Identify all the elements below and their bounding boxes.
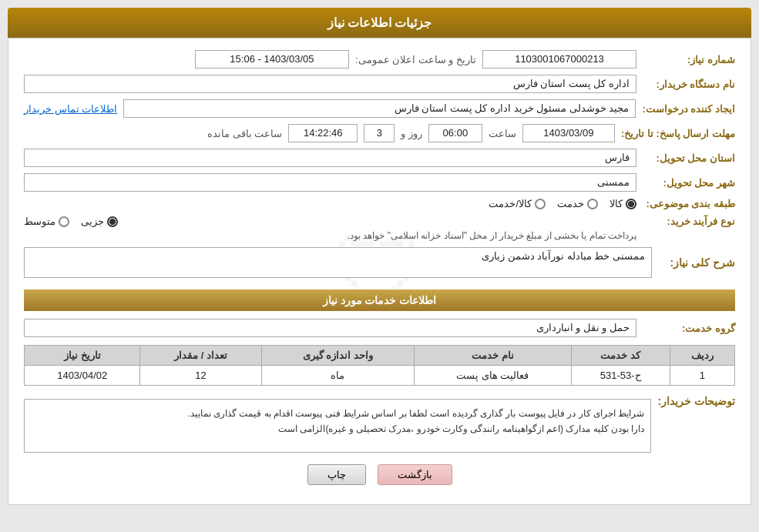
radio-motavasset[interactable]: متوسط — [24, 216, 69, 227]
days-value: 3 — [364, 124, 395, 142]
city-label: شهر محل تحویل: — [643, 177, 735, 189]
radio-label-jozii: جزیی — [81, 216, 104, 227]
buyer-notes-value: شرایط اجرای کار در فایل پیوست بار گذاری … — [24, 399, 651, 453]
service-group-label: گروه خدمت: — [643, 323, 735, 334]
cell-code: ح-53-531 — [571, 366, 670, 386]
contact-info-link[interactable]: اطلاعات تماس خریدار — [24, 103, 117, 115]
col-header-row: ردیف — [670, 346, 734, 366]
radio-jozii[interactable]: جزیی — [81, 216, 118, 227]
radio-label-motavasset: متوسط — [24, 216, 55, 227]
remaining-label: ساعت باقی مانده — [207, 128, 282, 139]
radio-kala[interactable]: کالا — [610, 198, 636, 209]
services-section-header: اطلاعات خدمات مورد نیاز — [24, 289, 735, 311]
page-header: جزئیات اطلاعات نیاز — [8, 8, 751, 38]
service-group-value: حمل و نقل و انبارداری — [24, 319, 636, 337]
description-label: شرح کلی نیاز: — [658, 256, 735, 269]
creator-label: ایجاد کننده درخواست: — [642, 103, 735, 115]
radio-circle-jozii — [107, 216, 118, 227]
cell-date: 1403/04/02 — [25, 366, 140, 386]
page-title: جزئیات اطلاعات نیاز — [327, 16, 432, 29]
deadline-time-value: 06:00 — [428, 124, 482, 142]
print-button[interactable]: چاپ — [307, 464, 366, 485]
creator-value: مجید خوشدلی مسئول خرید اداره کل پست استا… — [123, 99, 636, 118]
subject-type-group: کالا/خدمت خدمت کالا — [489, 198, 636, 209]
subject-type-label: طبقه بندی موضوعی: — [643, 198, 735, 209]
announcement-date-label: تاریخ و ساعت اعلان عمومی: — [355, 54, 476, 65]
col-header-unit: واحد اندازه گیری — [261, 346, 414, 366]
col-header-code: کد خدمت — [571, 346, 670, 366]
back-button[interactable]: بازگشت — [378, 464, 452, 485]
description-value: ممسنی خط مبادله نورآباد دشمن زیاری — [24, 247, 652, 278]
cell-name: فعالیت های پست — [414, 366, 571, 386]
remaining-time-value: 14:22:46 — [288, 124, 358, 142]
col-header-name: نام خدمت — [414, 346, 571, 366]
province-label: استان محل تحویل: — [643, 152, 735, 164]
radio-label-kala: کالا — [610, 198, 623, 209]
city-value: ممسنی — [24, 173, 636, 192]
deadline-label: مهلت ارسال پاسخ: تا تاریخ: — [621, 128, 735, 139]
radio-label-khedmat: خدمت — [557, 198, 584, 209]
cell-row: 1 — [670, 366, 734, 386]
purchase-type-label: نوع فرآیند خرید: — [643, 216, 735, 227]
cell-quantity: 12 — [140, 366, 261, 386]
province-value: فارس — [24, 149, 636, 167]
deadline-date-value: 1403/03/09 — [522, 124, 615, 142]
col-header-date: تاریخ نیاز — [25, 346, 140, 366]
radio-khedmat[interactable]: خدمت — [557, 198, 598, 209]
radio-circle-kala — [626, 199, 636, 209]
radio-circle-motavasset — [59, 216, 69, 227]
radio-circle-kala-khedmat — [535, 199, 546, 209]
buttons-row: بازگشت چاپ — [24, 464, 735, 493]
days-label: روز و — [401, 128, 422, 139]
need-number-value: 1103001067000213 — [482, 50, 636, 69]
buyer-org-label: نام دستگاه خریدار: — [643, 79, 735, 90]
radio-kala-khedmat[interactable]: کالا/خدمت — [489, 198, 546, 209]
need-number-label: شماره نیاز: — [643, 54, 735, 65]
purchase-type-group: متوسط جزیی — [24, 216, 636, 227]
services-table: ردیف کد خدمت نام خدمت واحد اندازه گیری ت… — [24, 345, 735, 386]
table-row: 1 ح-53-531 فعالیت های پست ماه 12 1403/04… — [25, 366, 735, 386]
radio-circle-khedmat — [587, 199, 598, 209]
buyer-notes-label: توضیحات خریدار: — [657, 395, 735, 407]
cell-unit: ماه — [261, 366, 414, 386]
col-header-qty: تعداد / مقدار — [140, 346, 261, 366]
time-label: ساعت — [489, 128, 516, 139]
radio-label-kala-khedmat: کالا/خدمت — [489, 198, 532, 209]
buyer-org-value: اداره کل پست استان فارس — [24, 75, 636, 93]
announcement-date-value: 1403/03/05 - 15:06 — [195, 50, 349, 69]
purchase-note: پرداخت تمام یا بخشی از مبلغ خریدار از مح… — [24, 230, 636, 241]
